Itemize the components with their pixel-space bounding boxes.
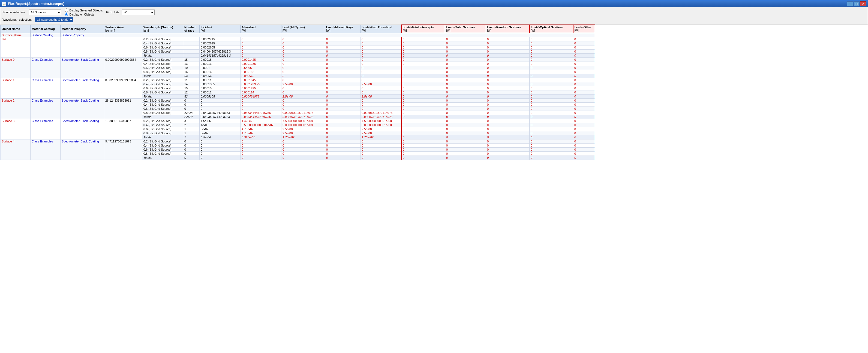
cell-incident: 0.0001305 <box>199 82 241 86</box>
cell-lost-all: 0 <box>281 86 325 90</box>
cell-absorbed: 0 <box>241 151 281 155</box>
col-surface-area: Surface Area[sq mm] <box>104 25 142 33</box>
cell-intercepts: 0 <box>401 98 445 102</box>
cell-wavelength: 0.6 (Slit Grid Source) <box>142 45 183 49</box>
cell-rand-scatters: 0 <box>486 54 530 58</box>
source-selection-dropdown[interactable]: All Sources <box>29 9 61 15</box>
cell-surface-area: 9.47112750161873 <box>104 139 142 160</box>
cell-other: 0 <box>573 102 595 106</box>
cell-absorbed: 0.000152 <box>241 70 281 74</box>
cell-rays: 52 <box>183 94 199 98</box>
cell-surface-area: 1.08856185446887 <box>104 119 142 139</box>
cell-other: 0 <box>573 139 595 143</box>
cell-incident: 0.0002715 <box>199 37 241 41</box>
cell-lost-all: 0 <box>281 66 325 70</box>
cell-other: 0 <box>573 86 595 90</box>
minimize-button[interactable]: ─ <box>847 1 853 6</box>
cell-lost-all: 2.5e-08 <box>281 131 325 135</box>
cell-other: 0 <box>573 123 595 127</box>
cell-rand-scatters: 0 <box>486 94 530 98</box>
window-controls: ─ □ ✕ <box>847 1 866 6</box>
cell-lost-missed: 0 <box>325 143 361 147</box>
cell-intercepts: 0 <box>401 45 445 49</box>
cell-incident: 0.041436574422816 3 <box>199 54 241 58</box>
cell-scatters: 0 <box>445 127 486 131</box>
cell-intercepts: 0 <box>401 151 445 155</box>
cell-opt-scatters: 0 <box>530 78 573 82</box>
cell-intercepts: 0 <box>401 78 445 82</box>
cell-wavelength: 0.6 (Slit Grid Source) <box>142 106 183 111</box>
cell-lost-missed: 0 <box>325 66 361 70</box>
cell-absorbed: 0.0001045 <box>241 78 281 82</box>
cell-other: 0 <box>573 115 595 119</box>
cell-lost-missed: 0 <box>325 139 361 143</box>
cell-intercepts: 0 <box>401 70 445 74</box>
close-button[interactable]: ✕ <box>860 1 866 6</box>
cell-intercepts: 0 <box>401 58 445 62</box>
main-window: 📊 Flux Report:[Spectrometer.tracepro] ─ … <box>0 0 868 353</box>
cell-rays: 11 <box>183 78 199 82</box>
cell-rand-scatters: 0 <box>486 102 530 106</box>
cell-material-catalog: Class Examples <box>31 78 61 98</box>
cell-rays: 15 <box>183 86 199 90</box>
cell-lost-flux: 0 <box>361 54 401 58</box>
col-number-rays: Numberof rays <box>183 25 199 33</box>
col-absorbed: Absorbed[W] <box>241 25 281 33</box>
cell-rand-scatters: 0 <box>486 41 530 45</box>
cell-lost-missed: 0 <box>325 111 361 115</box>
cell-lost-missed: 0 <box>325 58 361 62</box>
cell-incident: 0.0002615 <box>199 41 241 45</box>
cell-scatters: 0 <box>445 123 486 127</box>
cell-lost-flux: 2.5e-08 <box>361 131 401 135</box>
cell-wavelength: 0.4 (Slit Grid Source) <box>142 82 183 86</box>
cell-scatters: 0 <box>445 54 486 58</box>
cell-incident: 0 <box>199 143 241 147</box>
cell-object-name: Surface 2 <box>1 98 31 119</box>
maximize-button[interactable]: □ <box>854 1 860 6</box>
cell-incident: 0.0403625744228163 <box>199 115 241 119</box>
cell-lost-all: 0 <box>281 49 325 54</box>
col-lost-flux: Lost->Flux Threshold[W] <box>361 25 401 33</box>
cell-incident: 0.00015 <box>199 58 241 62</box>
cell-rays <box>183 54 199 58</box>
cell-lost-all: 0 <box>281 102 325 106</box>
cell-lost-flux: 0 <box>361 147 401 151</box>
cell-lost-all: 0 <box>281 74 325 78</box>
cell-scatters: 0 <box>445 66 486 70</box>
cell-other: 0 <box>573 54 595 58</box>
label-surface-catalog: Surface Catalog <box>31 33 61 37</box>
cell-opt-scatters: 0 <box>530 123 573 127</box>
cell-intercepts: 0 <box>401 155 445 160</box>
cell-scatters: 0 <box>445 115 486 119</box>
cell-opt-scatters: 0 <box>530 139 573 143</box>
cell-material-catalog: Class Examples <box>31 119 61 139</box>
cell-rays <box>183 41 199 45</box>
table-row: Slit 0.2 (Slit Grid Source) 0.0002715 0 … <box>1 37 595 41</box>
cell-lost-all: 0 <box>281 37 325 41</box>
cell-wavelength: Totals: <box>142 115 183 119</box>
display-selected-radio[interactable]: Display Selected Objects <box>65 8 102 12</box>
cell-wavelength: Totals: <box>142 155 183 160</box>
col-object-name: Object Name <box>1 25 31 33</box>
wavelength-selection-dropdown[interactable]: all wavelengths & totals <box>35 17 73 22</box>
cell-intercepts: 0 <box>401 41 445 45</box>
cell-lost-flux: 0 <box>361 106 401 111</box>
cell-other: 0 <box>573 111 595 115</box>
cell-wavelength: 0.2 (Slit Grid Source) <box>142 139 183 143</box>
cell-lost-all: 0 <box>281 58 325 62</box>
cell-absorbed: 0.0383444457016756 <box>241 115 281 119</box>
cell-opt-scatters: 0 <box>530 127 573 131</box>
display-all-radio[interactable]: Display All Objects <box>65 12 102 16</box>
cell-rays: 0 <box>183 98 199 102</box>
cell-other: 0 <box>573 62 595 66</box>
flux-units-dropdown[interactable]: W <box>122 9 155 15</box>
data-table-container[interactable]: Object Name Material Catalog Material Pr… <box>0 25 868 353</box>
cell-opt-scatters: 0 <box>530 62 573 66</box>
cell-lost-missed: 0 <box>325 74 361 78</box>
cell-absorbed: 4.75e-07 <box>241 127 281 131</box>
cell-rays: 12 <box>183 90 199 94</box>
cell-lost-flux: 0 <box>361 66 401 70</box>
cell-lost-flux: 0 <box>361 37 401 41</box>
cell-lost-flux: 2.5e-08 <box>361 82 401 86</box>
cell-lost-missed: 0 <box>325 115 361 119</box>
